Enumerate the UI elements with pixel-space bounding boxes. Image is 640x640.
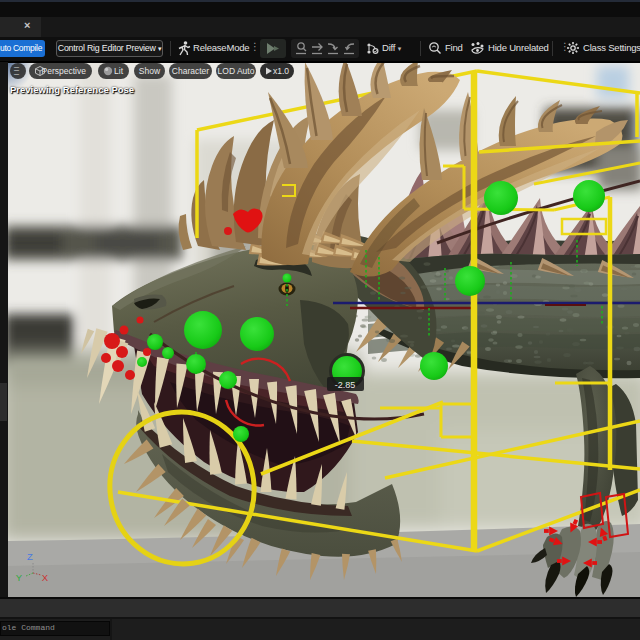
svg-text:Y: Y xyxy=(16,572,23,583)
svg-text:Z: Z xyxy=(27,551,33,562)
svg-text:-2.85: -2.85 xyxy=(335,380,356,390)
svg-text:X: X xyxy=(42,572,49,583)
